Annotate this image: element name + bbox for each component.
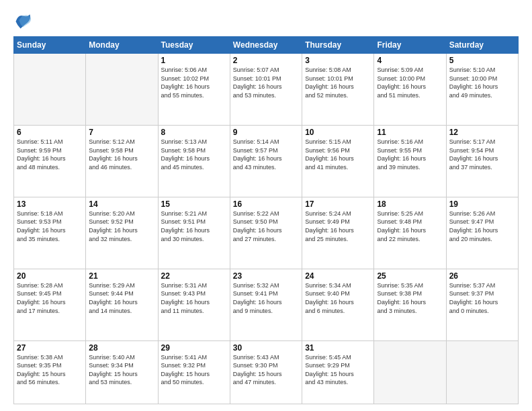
day-number: 25 — [377, 271, 443, 281]
day-info: Sunrise: 5:15 AM Sunset: 9:56 PM Dayligh… — [305, 138, 371, 171]
calendar-cell: 23Sunrise: 5:32 AM Sunset: 9:41 PM Dayli… — [230, 269, 302, 340]
day-info: Sunrise: 5:06 AM Sunset: 10:02 PM Daylig… — [161, 66, 227, 99]
calendar-cell: 13Sunrise: 5:18 AM Sunset: 9:53 PM Dayli… — [14, 197, 86, 269]
day-info: Sunrise: 5:10 AM Sunset: 10:00 PM Daylig… — [449, 66, 515, 99]
day-number: 15 — [161, 199, 227, 209]
calendar-cell: 24Sunrise: 5:34 AM Sunset: 9:40 PM Dayli… — [302, 269, 374, 340]
day-info: Sunrise: 5:09 AM Sunset: 10:00 PM Daylig… — [377, 66, 443, 99]
calendar: SundayMondayTuesdayWednesdayThursdayFrid… — [13, 36, 519, 404]
calendar-cell: 2Sunrise: 5:07 AM Sunset: 10:01 PM Dayli… — [230, 54, 302, 126]
header — [13, 12, 519, 31]
day-info: Sunrise: 5:43 AM Sunset: 9:30 PM Dayligh… — [233, 353, 299, 387]
day-number: 18 — [377, 199, 443, 209]
calendar-cell: 18Sunrise: 5:25 AM Sunset: 9:48 PM Dayli… — [374, 197, 446, 269]
logo — [13, 12, 34, 31]
day-number: 8 — [161, 128, 227, 137]
day-info: Sunrise: 5:24 AM Sunset: 9:49 PM Dayligh… — [305, 210, 371, 243]
day-header-saturday: Saturday — [446, 37, 518, 54]
day-number: 24 — [305, 271, 371, 281]
calendar-cell: 28Sunrise: 5:40 AM Sunset: 9:34 PM Dayli… — [86, 340, 158, 404]
day-info: Sunrise: 5:34 AM Sunset: 9:40 PM Dayligh… — [305, 281, 371, 315]
day-info: Sunrise: 5:07 AM Sunset: 10:01 PM Daylig… — [233, 66, 299, 99]
day-info: Sunrise: 5:12 AM Sunset: 9:58 PM Dayligh… — [89, 138, 154, 171]
calendar-cell — [374, 340, 446, 404]
calendar-cell: 9Sunrise: 5:14 AM Sunset: 9:57 PM Daylig… — [230, 125, 302, 197]
day-info: Sunrise: 5:31 AM Sunset: 9:43 PM Dayligh… — [161, 281, 227, 315]
day-header-wednesday: Wednesday — [230, 37, 302, 54]
calendar-cell: 29Sunrise: 5:41 AM Sunset: 9:32 PM Dayli… — [158, 340, 230, 404]
week-row-1: 1Sunrise: 5:06 AM Sunset: 10:02 PM Dayli… — [14, 54, 519, 126]
day-number: 10 — [305, 128, 371, 137]
day-info: Sunrise: 5:17 AM Sunset: 9:54 PM Dayligh… — [449, 138, 515, 171]
calendar-cell: 17Sunrise: 5:24 AM Sunset: 9:49 PM Dayli… — [302, 197, 374, 269]
day-info: Sunrise: 5:18 AM Sunset: 9:53 PM Dayligh… — [17, 210, 83, 243]
day-header-monday: Monday — [86, 37, 158, 54]
calendar-cell: 1Sunrise: 5:06 AM Sunset: 10:02 PM Dayli… — [158, 54, 230, 126]
calendar-cell: 12Sunrise: 5:17 AM Sunset: 9:54 PM Dayli… — [446, 125, 518, 197]
day-info: Sunrise: 5:41 AM Sunset: 9:32 PM Dayligh… — [161, 353, 227, 387]
day-info: Sunrise: 5:26 AM Sunset: 9:47 PM Dayligh… — [449, 210, 515, 243]
day-info: Sunrise: 5:25 AM Sunset: 9:48 PM Dayligh… — [377, 210, 443, 243]
calendar-cell: 16Sunrise: 5:22 AM Sunset: 9:50 PM Dayli… — [230, 197, 302, 269]
day-number: 14 — [89, 199, 154, 209]
calendar-cell: 8Sunrise: 5:13 AM Sunset: 9:58 PM Daylig… — [158, 125, 230, 197]
day-number: 4 — [377, 56, 443, 65]
calendar-cell: 26Sunrise: 5:37 AM Sunset: 9:37 PM Dayli… — [446, 269, 518, 340]
calendar-cell: 22Sunrise: 5:31 AM Sunset: 9:43 PM Dayli… — [158, 269, 230, 340]
calendar-cell: 6Sunrise: 5:11 AM Sunset: 9:59 PM Daylig… — [14, 125, 86, 197]
day-number: 29 — [161, 343, 227, 353]
day-header-friday: Friday — [374, 37, 446, 54]
day-info: Sunrise: 5:37 AM Sunset: 9:37 PM Dayligh… — [449, 281, 515, 315]
page: SundayMondayTuesdayWednesdayThursdayFrid… — [0, 0, 532, 411]
day-number: 13 — [17, 199, 83, 209]
calendar-cell: 15Sunrise: 5:21 AM Sunset: 9:51 PM Dayli… — [158, 197, 230, 269]
logo-icon — [13, 12, 32, 31]
calendar-cell: 25Sunrise: 5:35 AM Sunset: 9:38 PM Dayli… — [374, 269, 446, 340]
calendar-cell: 11Sunrise: 5:16 AM Sunset: 9:55 PM Dayli… — [374, 125, 446, 197]
day-info: Sunrise: 5:08 AM Sunset: 10:01 PM Daylig… — [305, 66, 371, 99]
day-number: 22 — [161, 271, 227, 281]
calendar-cell: 4Sunrise: 5:09 AM Sunset: 10:00 PM Dayli… — [374, 54, 446, 126]
calendar-cell: 10Sunrise: 5:15 AM Sunset: 9:56 PM Dayli… — [302, 125, 374, 197]
calendar-cell — [86, 54, 158, 126]
day-info: Sunrise: 5:13 AM Sunset: 9:58 PM Dayligh… — [161, 138, 227, 171]
day-number: 3 — [305, 56, 371, 65]
day-number: 16 — [233, 199, 299, 209]
day-info: Sunrise: 5:32 AM Sunset: 9:41 PM Dayligh… — [233, 281, 299, 315]
day-number: 26 — [449, 271, 515, 281]
calendar-header-row: SundayMondayTuesdayWednesdayThursdayFrid… — [14, 37, 519, 54]
day-info: Sunrise: 5:14 AM Sunset: 9:57 PM Dayligh… — [233, 138, 299, 171]
day-header-thursday: Thursday — [302, 37, 374, 54]
week-row-2: 6Sunrise: 5:11 AM Sunset: 9:59 PM Daylig… — [14, 125, 519, 197]
day-number: 12 — [449, 128, 515, 137]
calendar-cell: 7Sunrise: 5:12 AM Sunset: 9:58 PM Daylig… — [86, 125, 158, 197]
day-header-sunday: Sunday — [14, 37, 86, 54]
day-number: 23 — [233, 271, 299, 281]
day-info: Sunrise: 5:45 AM Sunset: 9:29 PM Dayligh… — [305, 353, 371, 387]
calendar-cell — [446, 340, 518, 404]
day-number: 31 — [305, 343, 371, 353]
calendar-cell: 14Sunrise: 5:20 AM Sunset: 9:52 PM Dayli… — [86, 197, 158, 269]
day-info: Sunrise: 5:29 AM Sunset: 9:44 PM Dayligh… — [89, 281, 154, 315]
day-info: Sunrise: 5:38 AM Sunset: 9:35 PM Dayligh… — [17, 353, 83, 387]
week-row-5: 27Sunrise: 5:38 AM Sunset: 9:35 PM Dayli… — [14, 340, 519, 404]
calendar-cell: 27Sunrise: 5:38 AM Sunset: 9:35 PM Dayli… — [14, 340, 86, 404]
week-row-3: 13Sunrise: 5:18 AM Sunset: 9:53 PM Dayli… — [14, 197, 519, 269]
calendar-cell: 31Sunrise: 5:45 AM Sunset: 9:29 PM Dayli… — [302, 340, 374, 404]
calendar-cell — [14, 54, 86, 126]
day-header-tuesday: Tuesday — [158, 37, 230, 54]
day-number: 28 — [89, 343, 154, 353]
day-number: 21 — [89, 271, 154, 281]
day-info: Sunrise: 5:22 AM Sunset: 9:50 PM Dayligh… — [233, 210, 299, 243]
day-info: Sunrise: 5:16 AM Sunset: 9:55 PM Dayligh… — [377, 138, 443, 171]
day-number: 1 — [161, 56, 227, 65]
day-number: 7 — [89, 128, 154, 137]
day-info: Sunrise: 5:35 AM Sunset: 9:38 PM Dayligh… — [377, 281, 443, 315]
day-number: 30 — [233, 343, 299, 353]
day-number: 6 — [17, 128, 83, 137]
calendar-cell: 30Sunrise: 5:43 AM Sunset: 9:30 PM Dayli… — [230, 340, 302, 404]
calendar-cell: 5Sunrise: 5:10 AM Sunset: 10:00 PM Dayli… — [446, 54, 518, 126]
day-info: Sunrise: 5:28 AM Sunset: 9:45 PM Dayligh… — [17, 281, 83, 315]
day-info: Sunrise: 5:21 AM Sunset: 9:51 PM Dayligh… — [161, 210, 227, 243]
day-number: 5 — [449, 56, 515, 65]
